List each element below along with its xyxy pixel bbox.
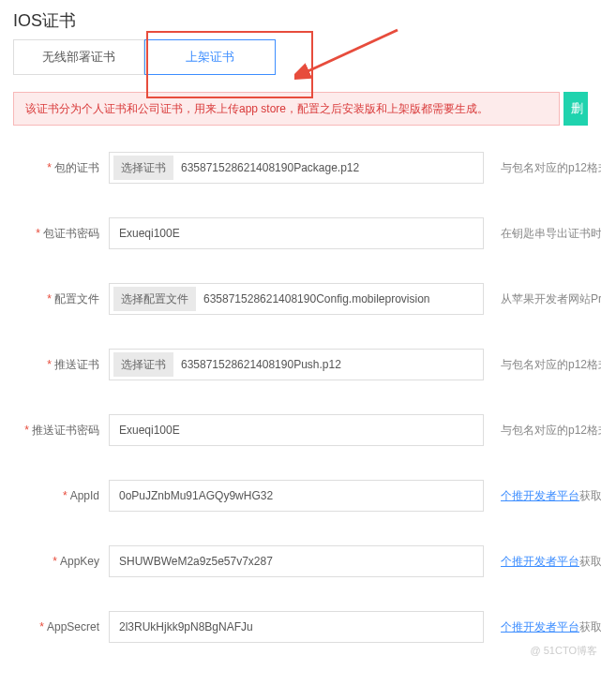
select-cert-button[interactable]: 选择证书 (113, 156, 173, 180)
label-push-pwd: 推送证书密码 (32, 424, 99, 437)
form: *包的证书 选择证书 635871528621408190Package.p12… (0, 152, 601, 662)
hint-pkg-pwd: 在钥匙串导出证书时填 (484, 226, 601, 242)
tab-wireless-deploy[interactable]: 无线部署证书 (13, 39, 144, 75)
hint-appsecret: 个推开发者平台获取的 (484, 619, 601, 635)
watermark: @ 51CTO博客 (531, 644, 597, 658)
label-push-cert: 推送证书 (54, 358, 99, 371)
hint-pkg-cert: 与包名对应的p12格式 (484, 160, 601, 176)
value-config: 635871528621408190Config.mobileprovision (203, 292, 430, 305)
hint-config: 从苹果开发者网站Prov (484, 291, 601, 307)
page-title: IOS证书 (0, 0, 601, 39)
input-push-pwd[interactable] (113, 415, 479, 445)
link-getui-3[interactable]: 个推开发者平台 (501, 620, 579, 633)
delete-button[interactable]: 删 (563, 92, 588, 126)
label-pkg-pwd: 包证书密码 (43, 227, 99, 240)
field-appkey[interactable] (109, 545, 484, 577)
label-config: 配置文件 (54, 292, 99, 305)
tabs: 无线部署证书 上架证书 (0, 39, 601, 92)
input-appsecret[interactable] (113, 612, 479, 642)
hint-push-cert: 与包名对应的p12格式 (484, 357, 601, 373)
label-appkey: AppKey (60, 555, 99, 568)
field-pkg-pwd[interactable] (109, 217, 484, 249)
input-pkg-pwd[interactable] (113, 218, 479, 248)
label-appid: AppId (70, 489, 99, 502)
select-push-cert-button[interactable]: 选择证书 (113, 352, 173, 377)
hint-appkey: 个推开发者平台获取的 (484, 554, 601, 570)
link-getui-2[interactable]: 个推开发者平台 (501, 555, 579, 568)
label-pkg-cert: 包的证书 (54, 161, 99, 174)
tab-publish-cert[interactable]: 上架证书 (144, 39, 276, 75)
hint-appid: 个推开发者平台获取的 (484, 488, 601, 504)
field-config[interactable]: 选择配置文件 635871528621408190Config.mobilepr… (109, 283, 484, 315)
label-appsecret: AppSecret (47, 620, 99, 633)
field-push-pwd[interactable] (109, 414, 484, 446)
field-appid[interactable] (109, 480, 484, 512)
select-config-button[interactable]: 选择配置文件 (113, 287, 196, 311)
notice-row: 该证书分为个人证书和公司证书，用来上传app store，配置之后安装版和上架版… (13, 92, 588, 126)
hint-push-pwd: 与包名对应的p12格式 (484, 423, 601, 439)
link-getui-1[interactable]: 个推开发者平台 (501, 489, 579, 502)
field-pkg-cert[interactable]: 选择证书 635871528621408190Package.p12 (109, 152, 484, 184)
value-push-cert: 635871528621408190Push.p12 (181, 358, 341, 371)
field-push-cert[interactable]: 选择证书 635871528621408190Push.p12 (109, 349, 484, 380)
field-appsecret[interactable] (109, 611, 484, 643)
input-appid[interactable] (113, 481, 479, 511)
notice-text: 该证书分为个人证书和公司证书，用来上传app store，配置之后安装版和上架版… (13, 92, 560, 126)
input-appkey[interactable] (113, 546, 479, 576)
value-pkg-cert: 635871528621408190Package.p12 (181, 161, 359, 174)
